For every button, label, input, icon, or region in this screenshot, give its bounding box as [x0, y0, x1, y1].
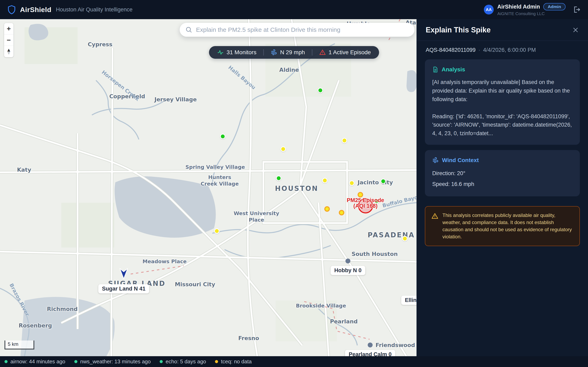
pulse-icon: [217, 49, 224, 56]
feed-status-item: tceq: no data: [215, 359, 251, 365]
zoom-in-button[interactable]: +: [4, 23, 13, 34]
monitor-marker-yellow[interactable]: [281, 146, 286, 152]
monitors-count: 31 Monitors: [217, 49, 256, 56]
wind-status: N 29 mph: [271, 49, 305, 56]
wind-direction: Direction: 20°: [432, 168, 572, 179]
monitor-marker-yellow-flag[interactable]: [358, 192, 363, 198]
feed-status-dot-green: [160, 360, 163, 363]
feed-status-item: airnow: 44 minutes ago: [4, 359, 65, 365]
map-place-label: South Houston: [352, 251, 398, 257]
map-place-label: Cypress: [88, 41, 112, 48]
wind-station-label: Sugar Land N 41: [98, 284, 149, 293]
meta-separator: ·: [478, 47, 480, 53]
feed-status-label: tceq: no data: [221, 359, 251, 365]
avatar[interactable]: AA: [484, 5, 494, 15]
reading-timestamp: 4/4/2026, 6:00:00 PM: [483, 47, 536, 53]
search-input[interactable]: [196, 26, 409, 33]
map-place-label: PASADENA: [367, 231, 415, 239]
reading-meta: AQS-840482011099 · 4/4/2026, 6:00:00 PM: [417, 41, 588, 54]
monitor-marker-yellow[interactable]: [402, 236, 408, 242]
wind-icon: [432, 157, 439, 164]
wind-speed: Speed: 16.6 mph: [432, 179, 572, 190]
warning-triangle-icon: [319, 49, 326, 56]
map-place-label: Meadows Place: [143, 259, 187, 264]
map-place-label: Brookside Village: [296, 303, 346, 309]
feed-status-item: nws_weather: 13 minutes ago: [74, 359, 151, 365]
feed-status-dot-green: [74, 360, 77, 363]
disclaimer-box: This analysis correlates publicly availa…: [425, 206, 580, 246]
warning-triangle-icon: [432, 213, 438, 220]
map-place-label: Rosenberg: [18, 322, 52, 329]
monitor-marker-yellow[interactable]: [214, 228, 220, 234]
top-navbar: AirShield Houston Air Quality Intelligen…: [0, 0, 588, 19]
data-feed-status-bar: airnow: 44 minutes agonws_weather: 13 mi…: [0, 356, 588, 367]
map-place-label: Jacinto City: [357, 179, 393, 185]
pitch-toggle-button[interactable]: ▲▼: [4, 46, 13, 57]
user-org: AiGNITE Consulting LLC: [497, 11, 566, 16]
explain-spike-panel: Explain This Spike AQS-840482011099 · 4/…: [416, 19, 588, 356]
feed-status-label: nws_weather: 13 minutes ago: [80, 359, 151, 365]
map-place-label: Richmond: [47, 306, 78, 312]
map-canvas[interactable]: CypressCopperfieldJersey VillageAldineHu…: [0, 19, 416, 356]
wind-icon: [271, 49, 277, 56]
monitor-marker-yellow-flag[interactable]: [339, 210, 345, 216]
zoom-out-button[interactable]: −: [4, 34, 13, 46]
monitor-id: AQS-840482011099: [426, 47, 476, 53]
close-icon[interactable]: [572, 26, 579, 33]
feed-status-dot-green: [4, 360, 8, 363]
monitor-marker-yellow[interactable]: [342, 138, 347, 143]
active-episode-status: 1 Active Episode: [319, 49, 371, 56]
feed-status-label: echo: 5 days ago: [165, 359, 206, 365]
map-place-label: Jersey Village: [154, 96, 197, 103]
wind-values: Direction: 20° Speed: 16.6 mph: [432, 168, 572, 189]
document-icon: [432, 67, 438, 73]
role-badge: Admin: [543, 3, 566, 10]
feed-status-item: echo: 5 days ago: [160, 359, 206, 365]
map-place-label: Katy: [17, 167, 31, 173]
logout-icon[interactable]: [572, 6, 581, 14]
map-place-label: Missouri City: [175, 281, 215, 287]
pill-divider: [312, 49, 312, 55]
map-place-label: Place: [249, 217, 264, 223]
map-place-label: Aldine: [279, 67, 299, 73]
map-scale-bar: 5 km: [4, 341, 34, 350]
map-place-label: Creek Village: [201, 181, 239, 187]
panel-header: Explain This Spike: [417, 19, 588, 41]
monitor-marker-gray[interactable]: [346, 259, 350, 263]
wind-direction-arrow: [119, 267, 128, 280]
user-name: AirShield Admin: [497, 4, 540, 10]
app-title: AirShield: [20, 6, 52, 14]
monitor-marker-yellow[interactable]: [349, 180, 355, 186]
map-place-label: West University: [233, 210, 279, 216]
map-place-label: Fresno: [238, 335, 259, 341]
monitor-marker-green[interactable]: [276, 175, 282, 181]
monitor-marker-green[interactable]: [374, 198, 379, 204]
monitor-marker-yellow-flag[interactable]: [324, 206, 330, 212]
analysis-heading: Analysis: [432, 66, 572, 73]
shield-icon: [7, 5, 16, 14]
monitor-marker-green[interactable]: [380, 179, 386, 184]
monitor-marker-gray[interactable]: [368, 342, 373, 347]
search-bar[interactable]: [180, 23, 415, 37]
wind-context-heading: Wind Context: [432, 157, 572, 164]
panel-title: Explain This Spike: [426, 26, 491, 34]
app-subtitle: Houston Air Quality Intelligence: [56, 7, 132, 13]
pill-divider: [263, 49, 264, 55]
monitor-marker-yellow[interactable]: [322, 178, 328, 183]
wind-station-label: Elling: [401, 296, 416, 305]
wind-station-label: Hobby N 0: [330, 266, 365, 275]
feed-status-label: airnow: 44 minutes ago: [10, 359, 65, 365]
wind-context-card: Wind Context Direction: 20° Speed: 16.6 …: [425, 150, 580, 196]
analysis-text: [AI analysis temporarily unavailable] Ba…: [432, 78, 572, 138]
map-place-label: Pearland: [330, 318, 358, 325]
map-place-label: HOUSTON: [275, 184, 318, 192]
search-icon: [185, 26, 192, 33]
status-pill: 31 Monitors N 29 mph 1 Active Episode: [209, 46, 379, 59]
disclaimer-text: This analysis correlates publicly availa…: [442, 212, 573, 240]
user-info: AirShield Admin Admin AiGNITE Consulting…: [497, 3, 566, 16]
wind-station-label: Pearland Calm 0: [345, 350, 395, 356]
monitor-marker-green[interactable]: [220, 134, 226, 139]
map-place-label: Friendswood: [375, 342, 415, 348]
analysis-card: Analysis [AI analysis temporarily unavai…: [425, 59, 580, 145]
monitor-marker-green[interactable]: [318, 88, 323, 93]
